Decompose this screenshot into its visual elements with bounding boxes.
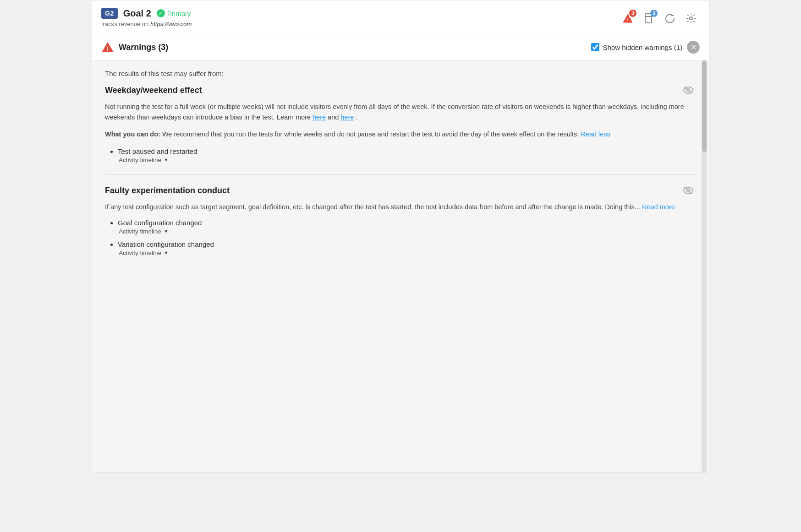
hide-faulty-icon[interactable]	[680, 186, 696, 197]
faulty-bullet-list: Goal configuration changed Activity time…	[105, 219, 696, 256]
warnings-title: Warnings (3)	[119, 43, 168, 52]
faulty-experimentation-section: Faulty experimentation conduct If any te…	[105, 186, 696, 256]
content-area: The results of this test may suffer from…	[92, 60, 709, 472]
bullet-item-text-2: Goal configuration changed	[118, 219, 202, 227]
svg-text:!: !	[627, 17, 629, 22]
weekday-weekend-title: Weekday/weekend effect	[105, 86, 202, 95]
page-title: Goal 2	[123, 8, 151, 19]
bullet-item-text-3: Variation configuration changed	[118, 240, 214, 248]
here-link-2[interactable]: here	[340, 114, 354, 121]
activity-timeline-label-3: Activity timeline	[119, 250, 161, 256]
weekday-weekend-header: Weekday/weekend effect	[105, 86, 696, 97]
faulty-experimentation-title: Faulty experimentation conduct	[105, 186, 230, 195]
close-warnings-btn[interactable]: ✕	[687, 41, 700, 54]
show-hidden-warnings-label[interactable]: Show hidden warnings (1)	[591, 43, 682, 51]
intro-text: The results of this test may suffer from…	[105, 70, 696, 77]
g2-badge: G2	[101, 8, 118, 19]
warnings-bar: ! Warnings (3) Show hidden warnings (1) …	[92, 34, 709, 60]
chevron-down-icon: ▼	[164, 228, 169, 234]
list-item: Variation configuration changed Activity…	[118, 240, 696, 256]
activity-timeline-btn-1[interactable]: Activity timeline ▼	[119, 157, 169, 163]
show-hidden-warnings-checkbox[interactable]	[591, 43, 599, 51]
what-you-can-do-label: What you can do:	[105, 130, 160, 138]
chevron-down-icon: ▼	[164, 157, 169, 163]
bookmark-icon-btn[interactable]: 3	[640, 10, 658, 27]
read-less-link[interactable]: Read less	[581, 130, 610, 138]
svg-text:!: !	[107, 45, 109, 52]
primary-label: Primary	[167, 10, 191, 17]
header-left: G2 Goal 2 ✓ Primary tracks revenue on ht…	[101, 8, 192, 27]
list-item: Goal configuration changed Activity time…	[118, 219, 696, 235]
scrollbar[interactable]	[702, 60, 707, 472]
faulty-experimentation-header: Faulty experimentation conduct	[105, 186, 696, 197]
what-you-can-do: What you can do: We recommend that you r…	[105, 129, 696, 140]
primary-badge: ✓ Primary	[157, 9, 191, 17]
header: G2 Goal 2 ✓ Primary tracks revenue on ht…	[92, 0, 709, 34]
weekday-weekend-body: Not running the test for a full week (or…	[105, 102, 696, 123]
bullet-item-text: Test paused and restarted	[118, 147, 197, 155]
read-more-link[interactable]: Read more	[642, 203, 675, 211]
refresh-icon-btn[interactable]	[661, 10, 679, 27]
subtitle-url[interactable]: https://vwo.com	[150, 21, 192, 27]
activity-timeline-label-2: Activity timeline	[119, 228, 161, 235]
warnings-left: ! Warnings (3)	[101, 41, 168, 54]
bookmark-badge: 3	[650, 10, 658, 17]
warning-triangle-icon: !	[101, 41, 114, 54]
warnings-right: Show hidden warnings (1) ✕	[591, 41, 700, 54]
chevron-down-icon: ▼	[164, 250, 169, 255]
here-link-1[interactable]: here	[313, 114, 326, 121]
check-icon: ✓	[157, 9, 165, 17]
activity-timeline-label-1: Activity timeline	[119, 157, 161, 163]
header-right: ! 3 3	[619, 10, 700, 27]
section-divider-1	[105, 174, 696, 175]
show-hidden-warnings-text: Show hidden warnings (1)	[603, 43, 682, 51]
activity-timeline-btn-2[interactable]: Activity timeline ▼	[119, 228, 169, 235]
what-you-can-do-body: We recommend that you run the tests for …	[162, 130, 579, 138]
warning-icon-btn[interactable]: ! 3	[619, 10, 636, 27]
subtitle-prefix: tracks revenue on	[101, 21, 148, 27]
weekday-weekend-section: Weekday/weekend effect Not running the t…	[105, 86, 696, 163]
header-title-row: G2 Goal 2 ✓ Primary	[101, 8, 192, 19]
list-item: Test paused and restarted Activity timel…	[118, 147, 696, 163]
svg-point-3	[690, 17, 692, 20]
weekday-bullet-list: Test paused and restarted Activity timel…	[105, 147, 696, 163]
hide-weekday-icon[interactable]	[680, 86, 696, 97]
scrollbar-thumb[interactable]	[702, 60, 707, 152]
warning-badge: 3	[629, 10, 636, 17]
faulty-experimentation-body: If any test configuration such as target…	[105, 202, 696, 212]
settings-icon-btn[interactable]	[682, 10, 700, 27]
header-subtitle: tracks revenue on https://vwo.com	[101, 21, 192, 27]
activity-timeline-btn-3[interactable]: Activity timeline ▼	[119, 250, 169, 256]
